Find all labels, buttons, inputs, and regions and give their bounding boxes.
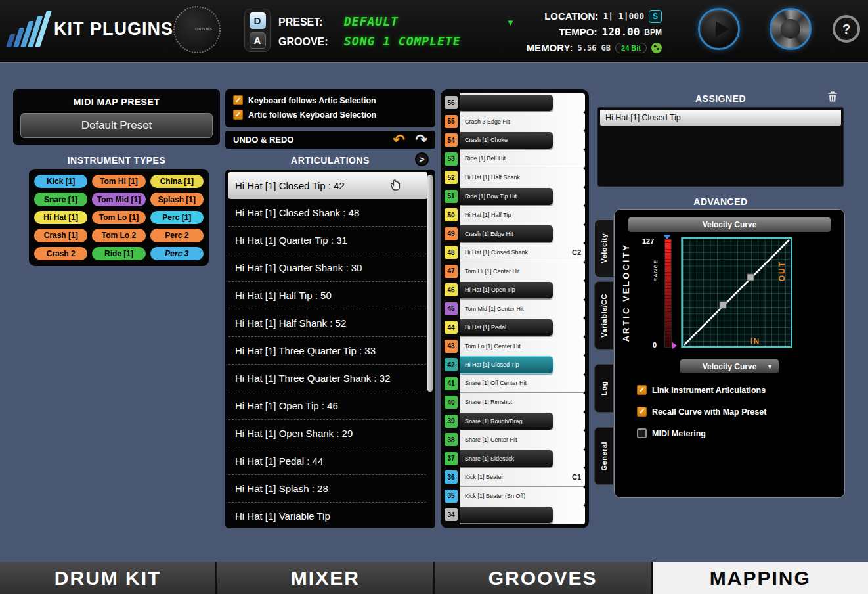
white-key-gap[interactable]: Crash [1] Edge Hit: [460, 225, 585, 244]
advanced-tab-velocity[interactable]: Velocity: [594, 219, 613, 277]
white-key[interactable]: Hi Hat [1] Half Tip: [460, 206, 585, 225]
black-key[interactable]: Hi Hat [1] Pedal: [460, 319, 553, 336]
white-key[interactable]: Tom Mid [1] Center Hit: [460, 300, 585, 319]
white-key-gap[interactable]: Crash [1] Choke: [460, 131, 585, 150]
curve-handle[interactable]: [720, 302, 726, 308]
advanced-option[interactable]: ✓Link Instrument Articulations: [637, 385, 844, 395]
white-key-gap[interactable]: Snare [1] Rough/Drag: [460, 412, 585, 431]
white-key[interactable]: Crash 3 Edge Hit: [460, 112, 585, 131]
velocity-curve-dropdown[interactable]: Velocity Curve ▼: [680, 359, 779, 373]
undo-icon[interactable]: ↶: [393, 133, 404, 147]
curve-handle[interactable]: [747, 274, 754, 281]
white-key[interactable]: Kick [1] BeaterC1: [460, 468, 585, 487]
follow-option[interactable]: ✓Keyboard follows Artic Selection: [233, 95, 435, 105]
white-key[interactable]: Hi Hat [1] Half Shank: [460, 168, 585, 187]
redo-icon[interactable]: ↷: [416, 133, 427, 147]
white-key-gap[interactable]: Hi Hat [1] Closed Tip: [460, 355, 585, 375]
instrument-type-button[interactable]: Perc 2: [150, 229, 204, 242]
play-button[interactable]: [698, 8, 740, 50]
articulation-item[interactable]: Hi Hat [1] Half Tip : 50: [228, 282, 426, 309]
articulation-scrollbar[interactable]: [427, 175, 433, 392]
volume-knob[interactable]: [770, 8, 812, 50]
white-key[interactable]: Snare [1] Center Hit: [460, 430, 585, 449]
help-button[interactable]: ?: [833, 15, 860, 43]
checkbox-checked-icon[interactable]: ✓: [233, 95, 243, 105]
advanced-tab-general[interactable]: General: [594, 427, 613, 485]
instrument-type-button[interactable]: China [1]: [150, 175, 204, 188]
instrument-type-button[interactable]: Perc [1]: [150, 211, 204, 224]
white-key-gap[interactable]: [460, 93, 585, 112]
articulations-expand-icon[interactable]: >: [415, 152, 429, 166]
instrument-type-button[interactable]: Tom Lo [1]: [92, 211, 145, 224]
white-key-gap[interactable]: Ride [1] Bow Tip Hit: [460, 187, 585, 206]
range-top-marker-icon[interactable]: [663, 235, 671, 239]
black-key[interactable]: Snare [1] Sidestick: [460, 450, 553, 467]
articulation-item[interactable]: Hi Hat [1] Quarter Tip : 31: [228, 227, 426, 254]
range-meter[interactable]: [664, 239, 672, 348]
assigned-item[interactable]: Hi Hat [1] Closed Tip: [600, 110, 841, 126]
checkbox-checked-icon[interactable]: ✓: [233, 110, 243, 120]
white-key-gap[interactable]: Hi Hat [1] Open Tip: [460, 281, 585, 300]
black-key[interactable]: Crash [1] Choke: [460, 132, 553, 149]
white-key[interactable]: Tom Hi [1] Center Hit: [460, 262, 585, 281]
bottom-tab-mapping[interactable]: MAPPING: [653, 562, 868, 594]
advanced-option[interactable]: MIDI Metering: [637, 428, 844, 438]
articulation-item[interactable]: Hi Hat [1] Closed Tip : 42: [228, 172, 427, 199]
articulation-item[interactable]: Hi Hat [1] Pedal : 44: [228, 447, 426, 475]
curve-plot-area[interactable]: OUT IN: [682, 237, 792, 348]
instrument-type-button[interactable]: Perc 3: [150, 247, 204, 260]
white-key[interactable]: Kick [1] Beater (Sn Off): [460, 487, 585, 506]
advanced-tab-log[interactable]: Log: [594, 364, 613, 413]
white-key[interactable]: Tom Lo [1] Center Hit: [460, 337, 585, 356]
white-key[interactable]: Snare [1] Off Center Hit: [460, 375, 585, 394]
articulation-item[interactable]: Hi Hat [1] Three Quarter Shank : 32: [228, 365, 426, 392]
bottom-tab-drum-kit[interactable]: DRUM KIT: [0, 562, 215, 594]
instrument-type-button[interactable]: Tom Lo 2: [92, 229, 145, 242]
black-key[interactable]: Snare [1] Rough/Drag: [460, 413, 553, 430]
articulation-item[interactable]: Hi Hat [1] Half Shank : 52: [228, 309, 426, 337]
instrument-type-button[interactable]: Splash [1]: [150, 193, 204, 206]
black-key[interactable]: [460, 95, 553, 112]
instrument-type-button[interactable]: Kick [1]: [34, 175, 87, 188]
tempo-value[interactable]: 120.00: [602, 26, 640, 38]
white-key[interactable]: Ride [1] Bell Hit: [460, 150, 585, 169]
white-key[interactable]: Hi Hat [1] Closed ShankC2: [460, 243, 585, 262]
articulation-item[interactable]: Hi Hat [1] Open Shank : 29: [228, 420, 426, 447]
articulation-item[interactable]: Hi Hat [1] Closed Shank : 48: [228, 199, 426, 227]
trash-icon[interactable]: [826, 90, 839, 103]
white-key[interactable]: Snare [1] Rimshot: [460, 393, 585, 412]
black-key[interactable]: Hi Hat [1] Open Tip: [460, 282, 553, 299]
bit-depth-badge[interactable]: 24 Bit: [615, 43, 647, 53]
range-bottom-marker-icon[interactable]: [672, 342, 677, 349]
black-key[interactable]: [460, 507, 553, 524]
instrument-type-button[interactable]: Tom Mid [1]: [92, 193, 145, 206]
default-preset-button[interactable]: Default Preset: [20, 113, 213, 138]
sync-badge[interactable]: S: [649, 10, 662, 23]
black-key[interactable]: Crash [1] Edge Hit: [460, 225, 553, 242]
checkbox-checked-icon[interactable]: ✓: [637, 385, 647, 395]
articulation-item[interactable]: Hi Hat [1] Open Tip : 46: [228, 392, 426, 420]
advanced-option[interactable]: ✓Recall Curve with Map Preset: [637, 407, 844, 417]
checkbox-unchecked-icon[interactable]: [637, 428, 647, 438]
advanced-tab-variable-cc[interactable]: Variable/CC: [594, 281, 613, 350]
follow-option[interactable]: ✓Artic follows Keyboard Selection: [233, 110, 435, 120]
instrument-type-button[interactable]: Crash 2: [34, 247, 87, 260]
articulation-item[interactable]: Hi Hat [1] Quarter Shank : 30: [228, 254, 426, 282]
bottom-tab-grooves[interactable]: GROOVES: [435, 562, 651, 594]
black-key[interactable]: Ride [1] Bow Tip Hit: [460, 188, 553, 205]
articulation-item[interactable]: Hi Hat [1] Variable Tip: [228, 503, 426, 530]
articulation-item[interactable]: Hi Hat [1] Three Quarter Tip : 33: [228, 337, 426, 365]
instrument-type-button[interactable]: Tom Hi [1]: [92, 175, 145, 188]
white-key-gap[interactable]: [460, 505, 585, 524]
groove-value[interactable]: SONG 1 COMPLETE: [344, 34, 461, 48]
instrument-type-button[interactable]: Snare [1]: [34, 193, 87, 206]
preset-value[interactable]: DEFAULT: [344, 14, 399, 28]
instrument-type-button[interactable]: Crash [1]: [34, 229, 87, 242]
checkbox-checked-icon[interactable]: ✓: [637, 407, 647, 417]
black-key[interactable]: Hi Hat [1] Closed Tip: [460, 357, 553, 374]
instrument-type-button[interactable]: Hi Hat [1]: [34, 211, 87, 224]
white-key-gap[interactable]: Snare [1] Sidestick: [460, 449, 585, 468]
articulation-item[interactable]: Hi Hat [1] Splash : 28: [228, 475, 426, 503]
instrument-type-button[interactable]: Ride [1]: [92, 247, 145, 260]
white-key-gap[interactable]: Hi Hat [1] Pedal: [460, 318, 585, 337]
